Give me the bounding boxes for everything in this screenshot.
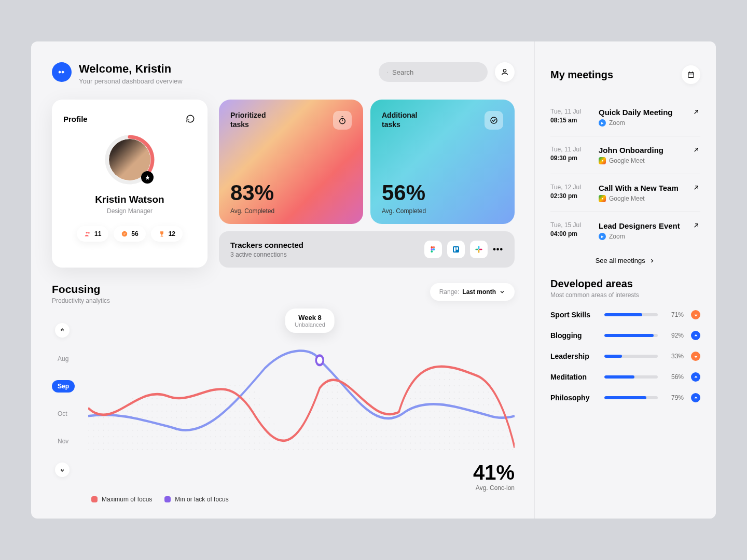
trend-up-icon <box>691 372 700 382</box>
range-label: Range: <box>439 288 460 296</box>
task-percentage: 83% <box>230 180 352 205</box>
logo-icon[interactable] <box>52 62 72 82</box>
meeting-title: John Onboarding <box>599 146 683 155</box>
search-field[interactable] <box>379 62 488 82</box>
svg-point-2 <box>503 69 506 72</box>
task-sublabel: Avg. Completed <box>382 207 503 215</box>
meeting-title: Call With a New Team <box>599 184 683 192</box>
legend-max: Maximum of focus <box>91 496 152 503</box>
profile-title: Profile <box>63 115 88 123</box>
users-icon <box>84 230 91 237</box>
area-row: Blogging92% <box>550 331 700 340</box>
stat-pill: 12 <box>151 226 183 242</box>
chevron-down-icon <box>60 467 65 472</box>
trackers-card: Trackers connected 3 active connections … <box>219 231 515 268</box>
prioritized-tasks-card[interactable]: Prioritized tasks 83% Avg. Completed <box>219 100 363 224</box>
page-subtitle: Your personal dashboard overview <box>79 77 379 85</box>
meeting-app: ▸ Zoom <box>599 119 683 127</box>
svg-rect-19 <box>457 247 458 250</box>
stat-pill: 11 <box>77 226 108 242</box>
profile-button[interactable] <box>495 62 515 82</box>
meeting-item[interactable]: Tue, 15 Jul04:00 pmLead Designers Event▸… <box>550 212 700 249</box>
area-bar <box>604 334 658 337</box>
meeting-item[interactable]: Tue, 11 Jul08:15 amQuick Daily Meeting▸ … <box>550 99 700 136</box>
more-button[interactable]: ••• <box>493 245 503 254</box>
meetings-title: My meetings <box>550 69 613 81</box>
area-name: Meditation <box>550 373 597 381</box>
meeting-date: Tue, 15 Jul04:00 pm <box>550 221 589 237</box>
stat-value: 56 <box>131 230 138 237</box>
chevron-down-icon <box>499 289 505 295</box>
trackers-subtitle: 3 active connections <box>230 251 303 258</box>
additional-tasks-card[interactable]: Additional tasks 56% Avg. Completed <box>370 100 515 224</box>
svg-point-6 <box>88 232 90 234</box>
focusing-title: Focusing <box>52 283 110 296</box>
stat-value: 12 <box>169 230 175 237</box>
focusing-header: Focusing Productivity analytics Range: L… <box>52 283 515 304</box>
search-input[interactable] <box>392 68 479 76</box>
figma-icon[interactable] <box>424 241 442 258</box>
meeting-item[interactable]: Tue, 12 Jul02:30 pmCall With a New Team▪… <box>550 174 700 212</box>
concentration-box: 41% Avg. Conc-ion <box>473 461 515 492</box>
chart-scroll-down[interactable] <box>55 463 70 477</box>
svg-rect-21 <box>476 249 479 250</box>
tasks-row: Prioritized tasks 83% Avg. Completed Add… <box>219 100 515 224</box>
chart-scroll-up[interactable] <box>55 323 70 338</box>
meeting-app: ▸ Zoom <box>599 233 683 240</box>
tracker-icons: ••• <box>424 241 503 258</box>
meeting-app: ▪ Google Meet <box>599 195 683 202</box>
svg-rect-22 <box>478 250 480 253</box>
area-pct: 79% <box>665 394 684 401</box>
area-pct: 92% <box>665 332 684 339</box>
area-row: Sport Skills71% <box>550 310 700 319</box>
focusing-subtitle: Productivity analytics <box>52 297 110 304</box>
check-circle-icon <box>485 111 503 130</box>
svg-rect-20 <box>478 246 480 249</box>
search-icon <box>387 68 388 76</box>
month-aug[interactable]: Aug <box>52 353 74 365</box>
meeting-item[interactable]: Tue, 11 Jul09:30 pmJohn Onboarding▪ Goog… <box>550 136 700 174</box>
svg-point-5 <box>86 232 88 234</box>
svg-point-16 <box>431 250 433 253</box>
tasks-column: Prioritized tasks 83% Avg. Completed Add… <box>219 100 515 268</box>
stat-pill: 56 <box>114 226 145 242</box>
svg-point-25 <box>316 356 323 365</box>
meetings-list: Tue, 11 Jul08:15 amQuick Daily Meeting▸ … <box>550 99 700 249</box>
focusing-chart: AugSepOctNov Week 8 Unbalanced 41% Avg. … <box>52 309 515 492</box>
trello-icon[interactable] <box>447 241 465 258</box>
month-sep[interactable]: Sep <box>52 380 75 393</box>
area-name: Sport Skills <box>550 311 597 319</box>
meetings-header: My meetings <box>550 65 700 84</box>
meeting-date: Tue, 11 Jul09:30 pm <box>550 146 589 162</box>
task-label: Additional tasks <box>382 111 423 129</box>
chevron-up-icon <box>60 328 65 333</box>
chart-legend: Maximum of focus Min or lack of focus <box>91 496 515 503</box>
area-bar <box>604 313 658 316</box>
profile-stats: 115612 <box>63 226 196 242</box>
month-oct[interactable]: Oct <box>52 408 73 420</box>
area-name: Leadership <box>550 352 597 360</box>
chart-tooltip: Week 8 Unbalanced <box>285 309 335 333</box>
legend-min: Min or lack of focus <box>164 496 228 503</box>
developed-areas: Developed areas Most common areas of int… <box>550 278 700 402</box>
area-name: Blogging <box>550 331 597 340</box>
task-percentage: 56% <box>382 180 503 205</box>
meeting-title: Lead Designers Event <box>599 221 683 230</box>
slack-icon[interactable] <box>470 241 488 258</box>
trackers-title: Trackers connected <box>230 241 303 249</box>
svg-rect-18 <box>454 247 455 251</box>
month-nov[interactable]: Nov <box>52 435 74 447</box>
refresh-button[interactable] <box>185 113 196 124</box>
main-panel: Welcome, Kristin Your personal dashboard… <box>31 41 534 519</box>
chart-plot: Week 8 Unbalanced 41% Avg. Conc-ion <box>88 309 515 492</box>
range-selector[interactable]: Range: Last month <box>430 283 515 301</box>
areas-list: Sport Skills71%Blogging92%Leadership33%M… <box>550 310 700 402</box>
calendar-icon <box>687 71 695 79</box>
meeting-title: Quick Daily Meeting <box>599 108 683 117</box>
stat-value: 11 <box>94 230 101 237</box>
area-bar <box>604 375 658 379</box>
trend-down-icon <box>691 310 700 319</box>
profile-name: Kristin Watson <box>63 194 196 205</box>
calendar-button[interactable] <box>682 65 700 84</box>
see-all-meetings[interactable]: See all meetings <box>550 249 700 278</box>
